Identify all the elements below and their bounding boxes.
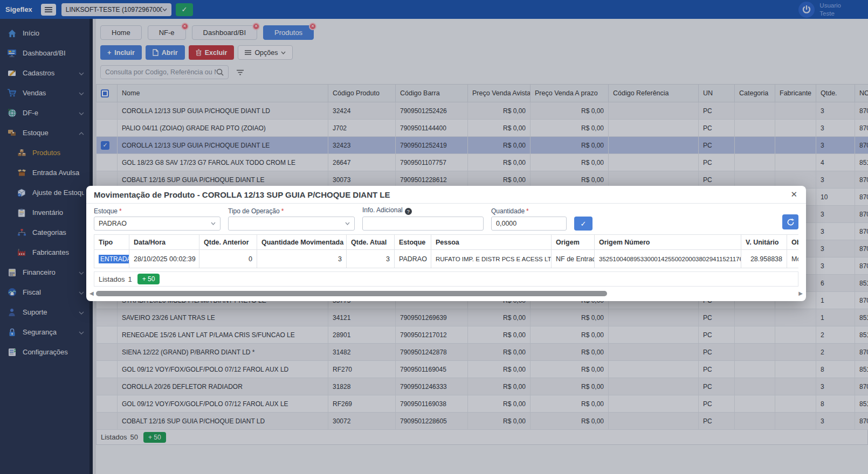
chevron-down-icon xyxy=(345,222,350,225)
modal-listados-count: 1 xyxy=(128,275,132,283)
modal-header: Movimentação de Produto - COROLLA 12/13 … xyxy=(86,186,806,204)
info-adicional-field-group: Info. Adicional? xyxy=(362,206,484,231)
modal-horizontal-scrollbar[interactable]: ◀ ▶ xyxy=(89,290,803,297)
modal-title: Movimentação de Produto - COROLLA 12/13 … xyxy=(94,190,390,199)
movements-table: Tipo Data/Hora Qtde. Anterior Quantidade… xyxy=(94,234,798,268)
close-icon[interactable]: ✕ xyxy=(790,190,797,199)
modal-list-footer: Listados 1 + 50 xyxy=(94,271,798,287)
mcell-origem-numero: 3525100408953300014255002000380294115211… xyxy=(595,250,741,268)
mcol-origem-numero[interactable]: Origem Número xyxy=(595,235,741,250)
scrollbar-track[interactable] xyxy=(96,291,797,296)
app-screen: Sigeflex LINKSOFT-TESTE (10972967000199)… xyxy=(0,0,868,474)
quantidade-field-group: Quantidade* xyxy=(491,207,567,231)
quantidade-input-box[interactable] xyxy=(491,217,567,231)
chevron-down-icon xyxy=(211,222,216,225)
tipo-operacao-select[interactable] xyxy=(228,217,355,231)
mcell-v-unitario: 28.958838 xyxy=(741,250,787,268)
info-adicional-input[interactable] xyxy=(367,220,479,227)
mcol-obs[interactable]: Ob xyxy=(787,235,799,250)
mcell-estoque: PADRAO xyxy=(395,250,431,268)
movements-table-container: Tipo Data/Hora Qtde. Anterior Quantidade… xyxy=(94,234,798,268)
required-asterisk: * xyxy=(119,207,122,215)
mcol-origem[interactable]: Origem xyxy=(552,235,595,250)
mcol-v-unitario[interactable]: V. Unitário xyxy=(741,235,787,250)
scrollbar-thumb[interactable] xyxy=(96,291,608,296)
modal-load-more-button[interactable]: + 50 xyxy=(137,274,160,284)
scroll-right-icon[interactable]: ▶ xyxy=(798,291,803,296)
help-icon[interactable]: ? xyxy=(405,208,412,215)
mcol-estoque[interactable]: Estoque xyxy=(395,235,431,250)
estoque-select[interactable]: PADRAO xyxy=(94,217,221,231)
modal-form: Estoque* PADRAO Tipo de Operação* Info. … xyxy=(86,204,806,233)
refresh-button[interactable] xyxy=(782,214,798,229)
movement-row[interactable]: ENTRADA 28/10/2025 00:02:39 0 3 3 PADRAO… xyxy=(94,250,799,268)
mcol-datahora[interactable]: Data/Hora xyxy=(129,235,199,250)
confirm-quantity-button[interactable]: ✓ xyxy=(574,217,593,231)
scroll-left-icon[interactable]: ◀ xyxy=(89,291,94,296)
mcol-quantidade-movimentada[interactable]: Quantidade Movimentada xyxy=(257,235,347,250)
movements-header-row: Tipo Data/Hora Qtde. Anterior Quantidade… xyxy=(94,235,799,250)
quantidade-input[interactable] xyxy=(496,220,562,227)
mcell-datahora: 28/10/2025 00:02:39 xyxy=(129,250,199,268)
mcell-obs: Mo xyxy=(787,250,799,268)
mcell-quantidade-movimentada: 3 xyxy=(257,250,347,268)
mcell-pessoa: RUFATO IMP. E DISTR PCS E ACESS LTDA xyxy=(431,250,552,268)
entrada-badge: ENTRADA xyxy=(99,255,129,263)
required-asterisk: * xyxy=(526,207,529,215)
mcol-tipo[interactable]: Tipo xyxy=(94,235,129,250)
movimentacao-modal: Movimentação de Produto - COROLLA 12/13 … xyxy=(86,186,806,301)
info-adicional-input-box[interactable] xyxy=(362,217,484,231)
refresh-icon xyxy=(787,218,795,226)
required-asterisk: * xyxy=(281,207,284,215)
mcell-tipo: ENTRADA xyxy=(94,250,129,268)
mcell-origem: NF de Entrada xyxy=(552,250,595,268)
modal-listados-label: Listados xyxy=(99,275,125,283)
mcell-qtde-anterior: 0 xyxy=(199,250,257,268)
mcol-qtde-anterior[interactable]: Qtde. Anterior xyxy=(199,235,257,250)
mcol-pessoa[interactable]: Pessoa xyxy=(431,235,552,250)
mcol-qtde-atual[interactable]: Qtde. Atual xyxy=(347,235,395,250)
estoque-field-group: Estoque* PADRAO xyxy=(94,207,221,231)
tipo-operacao-field-group: Tipo de Operação* xyxy=(228,207,355,231)
mcell-qtde-atual: 3 xyxy=(347,250,395,268)
